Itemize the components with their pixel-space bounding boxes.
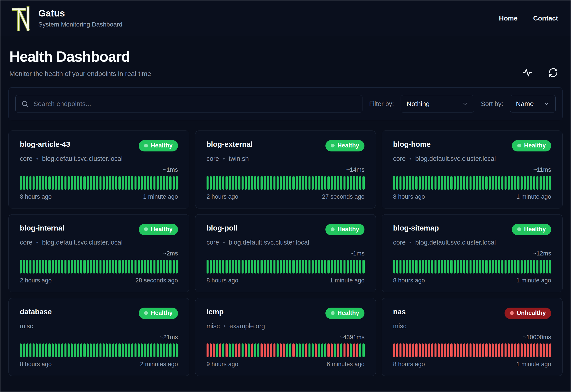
uptime-bar-success[interactable] (318, 343, 320, 357)
uptime-bar-failure[interactable] (331, 343, 333, 357)
uptime-bar-success[interactable] (347, 260, 349, 274)
uptime-bar-success[interactable] (312, 343, 314, 357)
uptime-bar-success[interactable] (267, 260, 269, 274)
uptime-bar-success[interactable] (48, 260, 50, 274)
uptime-bar-success[interactable] (399, 176, 402, 190)
uptime-bar-success[interactable] (273, 176, 275, 190)
uptime-bar-success[interactable] (39, 343, 41, 357)
uptime-bar-success[interactable] (527, 260, 529, 274)
uptime-bar-success[interactable] (87, 260, 89, 274)
uptime-bar-success[interactable] (112, 343, 114, 357)
uptime-bar-success[interactable] (26, 260, 28, 274)
uptime-bar-success[interactable] (36, 343, 38, 357)
uptime-bar-success[interactable] (312, 260, 314, 274)
uptime-bar-success[interactable] (251, 176, 253, 190)
uptime-bar-failure[interactable] (495, 343, 497, 357)
uptime-bar-success[interactable] (61, 176, 63, 190)
uptime-bar-success[interactable] (495, 176, 497, 190)
uptime-bar-failure[interactable] (235, 343, 237, 357)
uptime-bar-success[interactable] (501, 260, 503, 274)
uptime-bar-success[interactable] (245, 260, 247, 274)
uptime-bar-success[interactable] (530, 260, 532, 274)
uptime-bar-success[interactable] (147, 260, 149, 274)
uptime-bar-success[interactable] (289, 176, 291, 190)
uptime-bar-success[interactable] (260, 176, 263, 190)
uptime-bar-success[interactable] (45, 176, 47, 190)
uptime-bar-success[interactable] (235, 260, 237, 274)
uptime-bar-failure[interactable] (356, 343, 358, 357)
uptime-bar-success[interactable] (527, 176, 529, 190)
uptime-bar-success[interactable] (141, 176, 143, 190)
uptime-bar-success[interactable] (289, 343, 291, 357)
uptime-bar-success[interactable] (283, 176, 285, 190)
uptime-bar-success[interactable] (166, 260, 168, 274)
uptime-bar-success[interactable] (444, 260, 446, 274)
uptime-bar-success[interactable] (536, 260, 539, 274)
uptime-bar-success[interactable] (254, 260, 256, 274)
uptime-bar-success[interactable] (68, 260, 70, 274)
uptime-bar-success[interactable] (55, 343, 57, 357)
uptime-bar-success[interactable] (176, 343, 178, 357)
uptime-bar-success[interactable] (141, 343, 143, 357)
uptime-bar-success[interactable] (157, 260, 159, 274)
uptime-bar-success[interactable] (536, 176, 539, 190)
uptime-bar-success[interactable] (403, 176, 405, 190)
uptime-bar-success[interactable] (524, 176, 526, 190)
uptime-bar-failure[interactable] (415, 343, 417, 357)
uptime-bar-success[interactable] (122, 260, 124, 274)
uptime-bar-success[interactable] (435, 176, 436, 190)
uptime-bar-success[interactable] (173, 176, 175, 190)
uptime-bar-failure[interactable] (482, 343, 484, 357)
uptime-bar-success[interactable] (58, 260, 60, 274)
uptime-bar-success[interactable] (163, 260, 165, 274)
uptime-bar-success[interactable] (359, 343, 361, 357)
uptime-bar-success[interactable] (58, 343, 60, 357)
uptime-bar-success[interactable] (399, 260, 402, 274)
uptime-bar-failure[interactable] (353, 343, 355, 357)
uptime-bar-failure[interactable] (409, 343, 411, 357)
uptime-bar-success[interactable] (286, 176, 288, 190)
uptime-bar-success[interactable] (302, 343, 304, 357)
uptime-bar-failure[interactable] (393, 343, 395, 357)
uptime-bar-success[interactable] (280, 260, 282, 274)
endpoint-card[interactable]: blog-internal Healthy core • blog.defaul… (8, 214, 189, 292)
uptime-bar-success[interactable] (454, 176, 456, 190)
uptime-bar-success[interactable] (48, 343, 50, 357)
uptime-bar-success[interactable] (260, 260, 263, 274)
uptime-bar-success[interactable] (144, 260, 146, 274)
uptime-bar-success[interactable] (32, 260, 35, 274)
uptime-bar-success[interactable] (292, 176, 294, 190)
uptime-bar-success[interactable] (412, 176, 414, 190)
uptime-bar-failure[interactable] (533, 343, 535, 357)
uptime-bar-success[interactable] (55, 176, 57, 190)
uptime-bar-success[interactable] (463, 176, 465, 190)
uptime-bar-success[interactable] (492, 260, 494, 274)
uptime-bar-success[interactable] (441, 176, 443, 190)
uptime-bar-success[interactable] (144, 176, 146, 190)
uptime-bar-success[interactable] (30, 260, 31, 274)
uptime-bar-success[interactable] (505, 176, 507, 190)
uptime-bar-success[interactable] (308, 260, 311, 274)
uptime-bar-success[interactable] (20, 343, 22, 357)
uptime-bar-success[interactable] (222, 343, 224, 357)
uptime-bar-success[interactable] (264, 260, 266, 274)
uptime-bar-failure[interactable] (540, 343, 541, 357)
uptime-bar-success[interactable] (482, 176, 484, 190)
uptime-bar-success[interactable] (334, 176, 336, 190)
uptime-bar-success[interactable] (485, 260, 487, 274)
uptime-bar-success[interactable] (409, 176, 411, 190)
uptime-bar-success[interactable] (131, 176, 133, 190)
uptime-bar-failure[interactable] (511, 343, 513, 357)
uptime-bar-success[interactable] (52, 260, 54, 274)
uptime-bar-success[interactable] (45, 343, 47, 357)
uptime-bar-success[interactable] (109, 343, 111, 357)
uptime-bar-success[interactable] (160, 176, 162, 190)
uptime-bar-success[interactable] (476, 176, 478, 190)
uptime-bar-success[interactable] (302, 260, 304, 274)
uptime-bar-success[interactable] (122, 343, 124, 357)
search-box[interactable] (15, 95, 362, 112)
uptime-bar-success[interactable] (173, 260, 175, 274)
uptime-bar-success[interactable] (68, 176, 70, 190)
uptime-bar-failure[interactable] (527, 343, 529, 357)
uptime-bar-failure[interactable] (328, 343, 330, 357)
